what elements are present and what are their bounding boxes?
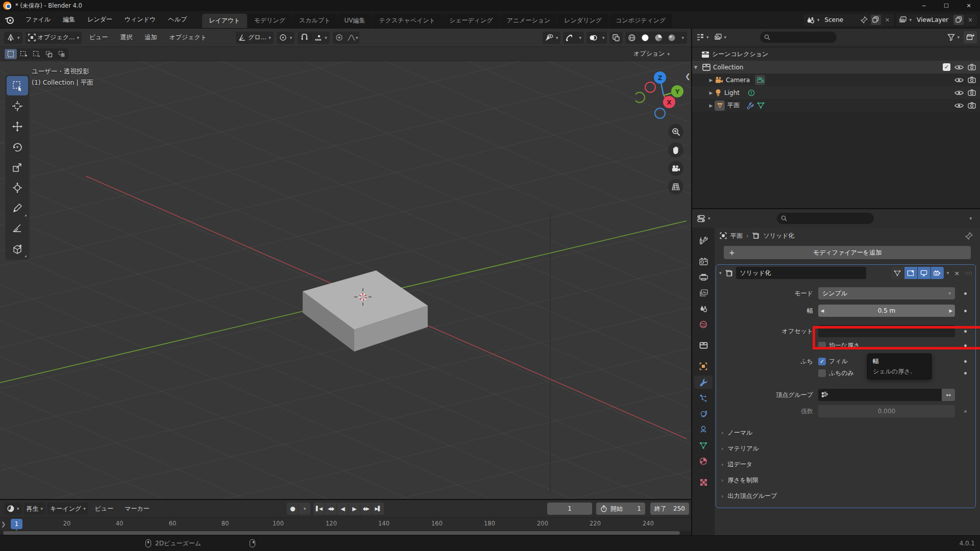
menu-file[interactable]: ファイル — [19, 11, 57, 28]
tool-add-cube[interactable] — [7, 239, 28, 259]
outliner-row-collection[interactable]: ▼ Collection ✓ — [692, 61, 980, 73]
animate-dot[interactable] — [964, 310, 967, 312]
remove-view-layer-icon[interactable]: × — [966, 16, 975, 23]
add-modifier-button[interactable]: + モディファイアーを追加 — [724, 246, 971, 259]
tab-sculpting[interactable]: スカルプト — [292, 14, 337, 28]
tab-tool[interactable] — [694, 234, 713, 247]
tab-compositing[interactable]: コンポジティング — [609, 14, 672, 28]
decrement-arrow-icon[interactable]: ◀ — [818, 305, 826, 317]
tab-constraints[interactable] — [694, 423, 713, 436]
shading-rendered-button[interactable] — [665, 32, 678, 44]
overlays-toggle[interactable] — [586, 32, 600, 44]
section-thickness-clamp[interactable]: ›厚さを制限 — [716, 473, 975, 488]
view-layer-selector[interactable]: ▾ ViewLayer × — [896, 14, 977, 26]
outliner-row-scene-collection[interactable]: シーンコレクション — [692, 48, 980, 61]
camera-data-icon[interactable] — [755, 75, 765, 85]
timeline-marker-menu[interactable]: マーカー — [120, 503, 154, 515]
tab-scene[interactable] — [694, 302, 713, 315]
breadcrumb-modifier[interactable]: ソリッド化 — [763, 232, 794, 240]
camera-view-button[interactable] — [668, 161, 683, 176]
options-dropdown[interactable]: オプション ▾ — [633, 49, 687, 58]
tab-object[interactable] — [694, 360, 713, 373]
eye-icon[interactable] — [954, 103, 964, 109]
section-materials[interactable]: ›マテリアル — [716, 441, 975, 456]
pin-icon[interactable] — [860, 15, 869, 24]
jump-to-start-button[interactable]: ▌◀ — [313, 503, 325, 515]
show-in-render-toggle[interactable] — [931, 267, 944, 279]
menu-object[interactable]: オブジェクト — [164, 32, 211, 44]
select-intersect-icon[interactable] — [56, 49, 68, 59]
tool-measure[interactable] — [7, 219, 28, 238]
new-view-layer-button[interactable] — [953, 15, 964, 25]
modifier-panel-header[interactable]: ▾ ソリッド化 ▾ × — [716, 265, 975, 281]
fill-checkbox[interactable]: ✓ — [818, 358, 826, 365]
show-in-edit-mode-toggle[interactable] — [904, 267, 917, 279]
chevron-down-icon[interactable]: ▾ — [719, 270, 722, 276]
disclosure-triangle-icon[interactable]: ▼ — [692, 65, 699, 70]
menu-edit[interactable]: 編集 — [57, 11, 81, 28]
camera-restrict-icon[interactable] — [968, 64, 976, 70]
unlink-scene-icon[interactable]: × — [883, 16, 892, 23]
only-rim-checkbox[interactable] — [818, 369, 826, 377]
shading-material-button[interactable] — [652, 32, 665, 44]
blender-menu-icon[interactable] — [4, 15, 14, 25]
tab-world[interactable] — [694, 318, 713, 331]
animate-dot[interactable] — [964, 344, 967, 347]
tab-texture[interactable] — [694, 475, 713, 489]
sidebar-collapse-icon[interactable]: ❮ — [685, 72, 691, 80]
snap-target-icon[interactable] — [311, 32, 325, 44]
timeline-editor-type-button[interactable]: ▾ — [4, 503, 22, 515]
pin-icon[interactable] — [965, 232, 973, 240]
mode-selector[interactable]: オブジェク... ▾ — [26, 32, 82, 44]
width-field[interactable]: ◀ 0.5 m ▶ — [818, 305, 955, 317]
keying-menu[interactable]: キーイング ▾ — [47, 503, 88, 515]
mode-dropdown[interactable]: シンプル ▾ — [818, 287, 955, 299]
menu-add[interactable]: 追加 — [140, 32, 161, 44]
modifier-extras-chevron[interactable]: ▾ — [947, 270, 949, 276]
snap-toggle[interactable] — [298, 32, 311, 44]
current-frame-marker[interactable]: 1 — [11, 519, 22, 529]
modifier-name-field[interactable]: ソリッド化 — [736, 267, 866, 279]
tab-rendering[interactable]: レンダリング — [557, 14, 608, 28]
disclosure-triangle-icon[interactable]: ▶ — [707, 103, 715, 108]
play-reverse-button[interactable]: ◀ — [337, 503, 349, 515]
animate-dot[interactable] — [964, 372, 967, 374]
eye-icon[interactable] — [954, 90, 964, 96]
menu-render[interactable]: レンダー — [81, 11, 118, 28]
timeline-scrollbar[interactable] — [0, 531, 691, 535]
select-extend-icon[interactable] — [17, 49, 30, 59]
camera-restrict-icon[interactable] — [968, 102, 976, 109]
navigation-gizmo[interactable]: Z Y X — [635, 66, 691, 122]
outliner-search-input[interactable] — [760, 32, 837, 43]
properties-search-input[interactable] — [777, 213, 874, 224]
vertex-group-input[interactable] — [818, 389, 942, 401]
outliner-display-mode-button[interactable]: ▾ — [713, 31, 728, 43]
section-edge-data[interactable]: ›辺データ — [716, 457, 975, 472]
tool-cursor[interactable] — [7, 96, 28, 116]
animate-dot[interactable] — [964, 330, 967, 333]
frame-start-field[interactable]: 開始 1 — [596, 503, 645, 515]
invert-vertex-group-button[interactable]: ↔ — [942, 389, 955, 401]
select-set-icon[interactable] — [5, 49, 17, 59]
menu-help[interactable]: ヘルプ — [162, 11, 193, 28]
tab-collection[interactable] — [694, 339, 713, 352]
editor-type-button[interactable]: ▾ — [4, 32, 22, 44]
record-options-chevron[interactable]: ▾ — [299, 503, 310, 515]
menu-view[interactable]: ビュー — [85, 32, 113, 44]
modifier-close-icon[interactable]: × — [952, 269, 962, 277]
tool-rotate[interactable] — [7, 137, 28, 157]
timeline-ruler[interactable]: ❯ 20 40 60 80 100 120 140 160 180 200 22… — [0, 517, 691, 531]
toggle-ortho-button[interactable] — [668, 179, 683, 194]
tool-annotate[interactable] — [7, 198, 28, 218]
maximize-button[interactable]: ☐ — [935, 0, 958, 11]
scene-selector[interactable]: ▾ Scene × — [804, 14, 894, 26]
viewport-3d[interactable]: ユーザー・透視投影 (1) Collection | 平面 — [0, 61, 691, 499]
tab-shading[interactable]: シェーディング — [443, 14, 500, 28]
previous-keyframe-button[interactable]: ◀◆ — [325, 503, 337, 515]
factor-field[interactable]: 0.000 — [818, 405, 955, 417]
disclosure-triangle-icon[interactable]: ▶ — [707, 90, 715, 95]
outliner-row-plane[interactable]: ▶ 平面 — [692, 99, 980, 112]
tab-uv-editing[interactable]: UV編集 — [337, 14, 372, 28]
animate-dot[interactable] — [964, 360, 967, 363]
gizmo-toggle[interactable] — [563, 32, 576, 44]
